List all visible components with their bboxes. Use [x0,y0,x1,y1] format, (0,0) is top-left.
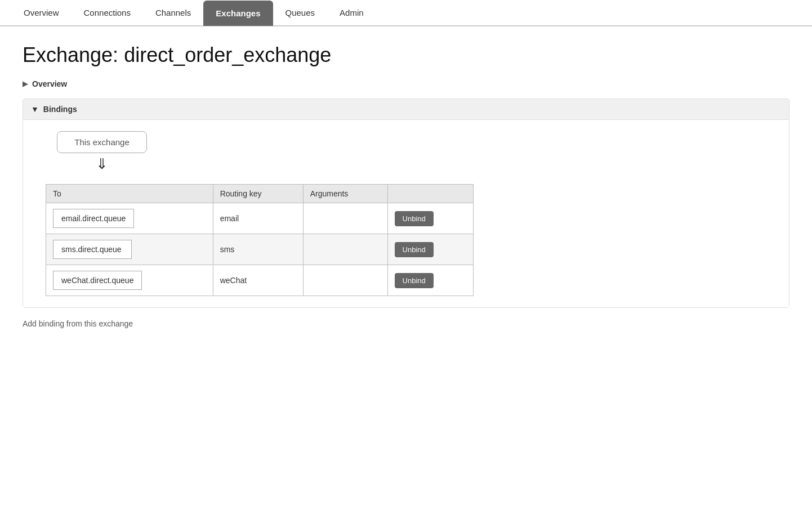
page-title: Exchange: direct_order_exchange [23,43,789,67]
arguments-cell [303,203,387,234]
nav-exchanges[interactable]: Exchanges [203,1,273,26]
overview-arrow: ▶ [23,80,28,88]
queue-name: sms.direct.queue [53,240,132,259]
unbind-button[interactable]: Unbind [395,211,434,226]
col-action [387,185,473,203]
nav-overview[interactable]: Overview [11,0,72,25]
table-row: email.direct.queueemailUnbind [46,203,474,234]
exchange-name: direct_order_exchange [124,43,331,66]
overview-section-header[interactable]: ▶ Overview [23,76,789,92]
arguments-cell [303,234,387,265]
unbind-button[interactable]: Unbind [395,273,434,288]
nav-connections[interactable]: Connections [72,0,143,25]
overview-section: ▶ Overview [23,76,789,92]
top-navigation: Overview Connections Channels Exchanges … [0,0,812,26]
bindings-section: ▼ Bindings This exchange ⇓ To Routing ke… [23,99,789,308]
action-cell: Unbind [387,203,473,234]
queue-name: weChat.direct.queue [53,271,142,290]
routing-key-cell: email [213,203,303,234]
overview-section-label: Overview [32,79,67,88]
action-cell: Unbind [387,234,473,265]
col-routing-key: Routing key [213,185,303,203]
exchange-diagram: This exchange ⇓ [46,131,158,173]
bindings-section-header[interactable]: ▼ Bindings [23,99,789,120]
to-cell: email.direct.queue [46,203,213,234]
queue-name: email.direct.queue [53,209,134,228]
diagram-arrow: ⇓ [96,155,108,173]
nav-admin[interactable]: Admin [327,0,376,25]
action-cell: Unbind [387,265,473,296]
col-to: To [46,185,213,203]
nav-channels[interactable]: Channels [143,0,203,25]
routing-key-cell: weChat [213,265,303,296]
col-arguments: Arguments [303,185,387,203]
to-cell: sms.direct.queue [46,234,213,265]
bindings-table: To Routing key Arguments email.direct.qu… [46,184,474,296]
unbind-button[interactable]: Unbind [395,242,434,257]
page-title-prefix: Exchange: [23,43,124,66]
this-exchange-box: This exchange [57,131,147,153]
add-binding-link[interactable]: Add binding from this exchange [23,319,789,328]
table-row: weChat.direct.queueweChatUnbind [46,265,474,296]
arguments-cell [303,265,387,296]
table-row: sms.direct.queuesmsUnbind [46,234,474,265]
this-exchange-label: This exchange [74,137,130,147]
to-cell: weChat.direct.queue [46,265,213,296]
bindings-body: This exchange ⇓ To Routing key Arguments… [23,120,789,307]
bindings-arrow: ▼ [31,105,39,114]
bindings-section-label: Bindings [43,105,77,114]
nav-queues[interactable]: Queues [273,0,328,25]
routing-key-cell: sms [213,234,303,265]
main-content: Exchange: direct_order_exchange ▶ Overvi… [0,26,812,345]
